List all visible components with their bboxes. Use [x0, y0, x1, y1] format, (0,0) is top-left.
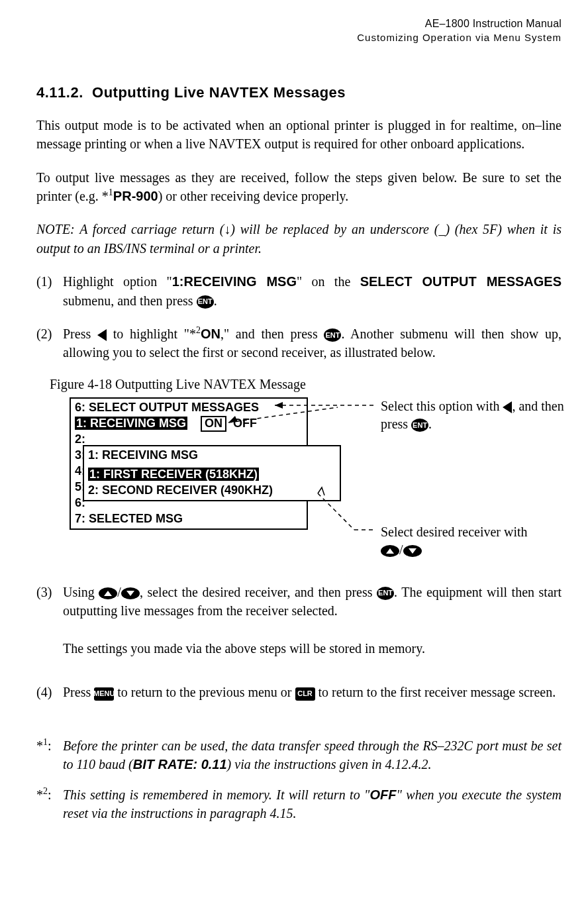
paragraph-1: This output mode is to be activated when… [36, 116, 562, 154]
printer-model: PR-900 [113, 189, 158, 203]
footnote-ref-2: *2 [189, 326, 201, 341]
paragraph-2: To output live messages as they are rece… [36, 168, 562, 206]
content: 4.11.2. Outputting Live NAVTEX Messages … [0, 44, 588, 823]
text: This setting is remembered in memory. It… [63, 787, 370, 802]
step-number: (1) [36, 272, 63, 310]
down-key-icon [121, 587, 140, 599]
text: ) via the instructions given in 4.12.4.2… [227, 757, 432, 772]
figure-diagram: 6: SELECT OUTPUT MESSAGES 1: RECEIVING M… [36, 397, 562, 556]
step-body: Press to highlight "*2ON," and then pres… [63, 325, 562, 362]
clr-key-icon: CLR [295, 687, 315, 701]
ent-key-icon: ENT [324, 328, 341, 342]
text: , select the desired receiver, and then … [140, 585, 377, 599]
footnote-1: *1: Before the printer can be used, the … [36, 736, 562, 774]
text: Press [63, 685, 94, 699]
down-key-icon [403, 545, 422, 557]
step-number: (4) [36, 683, 63, 701]
text: The settings you made via the above step… [63, 641, 425, 656]
text: submenu, and then press [63, 293, 197, 308]
ent-key-icon: ENT [197, 295, 214, 309]
step-4: (4) Press MENU to return to the previous… [36, 683, 562, 701]
text: to return to the previous menu or [114, 685, 295, 699]
footnote-text: This setting is remembered in memory. It… [63, 785, 562, 823]
step-3: (3) Using /, select the desired receiver… [36, 583, 562, 658]
menu-option: 1:RECEIVING MSG [172, 274, 297, 289]
footnote-ref-1: *1 [102, 189, 113, 203]
step-body: Press MENU to return to the previous men… [63, 683, 562, 701]
text: Select this option with [381, 399, 503, 413]
bold-text: BIT RATE: 0.11 [133, 757, 227, 772]
note: NOTE: A forced carriage return (↓) will … [36, 220, 562, 258]
header-subtitle: Customizing Operation via Menu System [0, 31, 562, 44]
header-title: AE–1800 Instruction Manual [0, 17, 562, 31]
footnote-text: Before the printer can be used, the data… [63, 736, 562, 774]
step-number: (2) [36, 325, 63, 362]
svg-line-4 [318, 493, 354, 530]
annotation-top: Select this option with , and then press… [381, 397, 573, 433]
menu-name: SELECT OUTPUT MESSAGES [360, 274, 562, 289]
menu-key-icon: MENU [94, 687, 114, 701]
svg-marker-1 [275, 402, 283, 409]
section-title: Outputting Live NAVTEX Messages [92, 84, 346, 101]
text: to return to the first receiver message … [315, 685, 556, 699]
step-body: Highlight option "1:RECEIVING MSG" on th… [63, 272, 562, 310]
text: . [428, 417, 432, 431]
slash: / [399, 542, 403, 557]
svg-line-2 [228, 407, 338, 423]
footnote-2: *2: This setting is remembered in memory… [36, 785, 562, 823]
on-label: ON [201, 326, 220, 341]
up-key-icon [381, 545, 399, 557]
left-arrow-key-icon [97, 329, 107, 341]
step-2: (2) Press to highlight "*2ON," and then … [36, 325, 562, 362]
slash: / [117, 585, 121, 599]
footnote-label: *2: [36, 785, 63, 823]
figure-caption: Figure 4-18 Outputting Live NAVTEX Messa… [50, 377, 562, 392]
footnote-label: *1: [36, 736, 63, 774]
page-header: AE–1800 Instruction Manual Customizing O… [0, 17, 588, 44]
step-body: Using /, select the desired receiver, an… [63, 583, 562, 658]
step-1: (1) Highlight option "1:RECEIVING MSG" o… [36, 272, 562, 310]
bold-text: OFF [370, 787, 397, 802]
text: ) or other receiving device properly. [158, 189, 348, 203]
text: Highlight option " [63, 274, 172, 289]
text: Press [63, 326, 97, 341]
section-number: 4.11.2. [36, 84, 83, 101]
section-heading: 4.11.2. Outputting Live NAVTEX Messages [36, 84, 562, 101]
left-arrow-key-icon [503, 401, 512, 413]
text: Select desired receiver with [381, 525, 528, 539]
up-key-icon [99, 587, 117, 599]
ent-key-icon: ENT [411, 419, 428, 432]
text: Using [63, 585, 99, 599]
step-number: (3) [36, 583, 63, 658]
text: to highlight " [107, 326, 189, 341]
annotation-bottom: Select desired receiver with / [381, 523, 588, 559]
text: " on the [297, 274, 360, 289]
page: AE–1800 Instruction Manual Customizing O… [0, 0, 588, 900]
ent-key-icon: ENT [377, 587, 394, 600]
svg-marker-3 [228, 416, 238, 423]
text: ," and then press [220, 326, 324, 341]
text: . [214, 293, 217, 308]
